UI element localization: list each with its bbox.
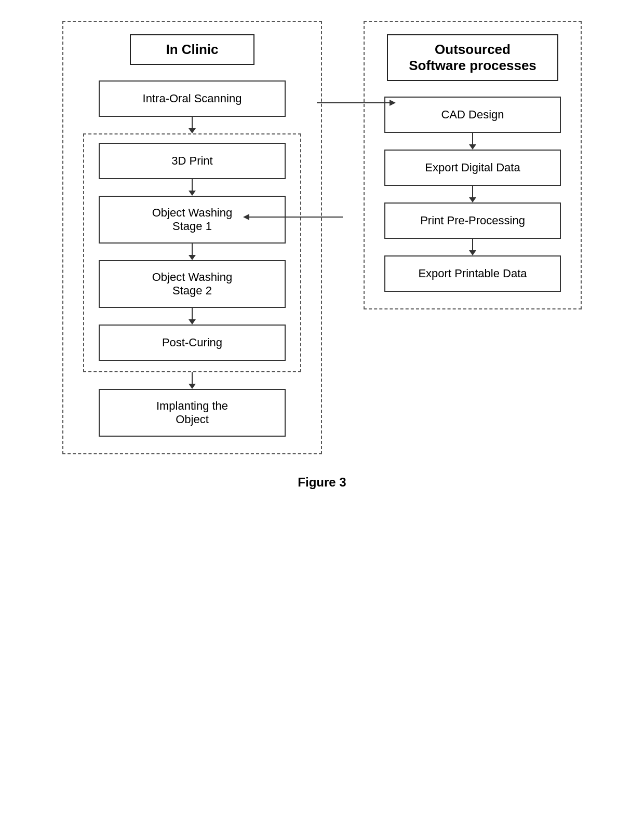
outsourced-header: Outsourced Software processes	[387, 34, 558, 81]
intra-oral-label: Intra-Oral Scanning	[143, 92, 242, 105]
3d-print-label: 3D Print	[171, 154, 212, 168]
cad-step: CAD Design	[384, 97, 561, 133]
outsourced-label: Outsourced Software processes	[409, 42, 536, 73]
export-printable-step: Export Printable Data	[384, 255, 561, 292]
post-curing-label: Post-Curing	[162, 336, 222, 349]
arrow-line	[192, 117, 193, 128]
horizontal-arrow-exportdigital-to-3dprint	[239, 212, 343, 222]
arrow-line	[192, 179, 193, 191]
export-digital-step: Export Digital Data	[384, 150, 561, 186]
arrow-line	[472, 239, 473, 250]
arrow-head	[189, 255, 196, 260]
right-column-box: Outsourced Software processes CAD Design…	[364, 21, 582, 309]
figure-label: Figure 3	[298, 475, 346, 490]
arrow-line	[192, 308, 193, 319]
arrow-intra-to-3d	[189, 117, 196, 133]
3d-print-step: 3D Print	[99, 143, 286, 179]
in-clinic-label: In Clinic	[166, 42, 218, 57]
left-column-box: In Clinic Intra-Oral Scanning 3D Print	[62, 21, 322, 454]
arrow-line	[192, 244, 193, 255]
arrow-head	[189, 128, 196, 133]
columns-wrapper: In Clinic Intra-Oral Scanning 3D Print	[62, 21, 582, 454]
implanting-step: Implanting the Object	[99, 389, 286, 437]
horizontal-arrow-intraoral-to-cad	[317, 98, 400, 108]
arrow-head	[469, 144, 476, 150]
arrow-postcuring-to-implanting	[189, 372, 196, 389]
implanting-label: Implanting the Object	[156, 399, 228, 426]
arrow-3d-to-wash1	[189, 179, 196, 196]
arrow-line	[192, 372, 193, 384]
arrow-head	[189, 384, 196, 389]
intra-oral-step: Intra-Oral Scanning	[99, 80, 286, 117]
arrow-export-to-preprocess	[469, 186, 476, 202]
inner-dashed-box: 3D Print Object Washing Stage 1 Object W…	[83, 133, 301, 372]
export-printable-label: Export Printable Data	[418, 267, 527, 280]
arrow-head	[469, 250, 476, 255]
diagram-wrapper: In Clinic Intra-Oral Scanning 3D Print	[62, 21, 582, 490]
in-clinic-header: In Clinic	[130, 34, 254, 65]
washing1-label: Object Washing Stage 1	[152, 206, 232, 233]
arrow-line	[472, 133, 473, 144]
svg-marker-3	[243, 214, 249, 220]
arrow-wash2-to-postcuring	[189, 308, 196, 325]
washing2-step: Object Washing Stage 2	[99, 260, 286, 308]
arrow-cad-to-export	[469, 133, 476, 150]
export-digital-label: Export Digital Data	[425, 161, 520, 174]
print-preprocess-label: Print Pre-Processing	[420, 214, 525, 227]
print-preprocess-step: Print Pre-Processing	[384, 202, 561, 239]
svg-marker-1	[390, 100, 396, 106]
washing2-label: Object Washing Stage 2	[152, 271, 232, 298]
arrow-head	[469, 197, 476, 202]
arrow-head	[189, 319, 196, 325]
arrow-line	[472, 186, 473, 197]
cad-label: CAD Design	[441, 108, 504, 121]
post-curing-step: Post-Curing	[99, 325, 286, 361]
arrow-preprocess-to-exportprintable	[469, 239, 476, 255]
arrow-head	[189, 191, 196, 196]
arrow-wash1-to-wash2	[189, 244, 196, 260]
